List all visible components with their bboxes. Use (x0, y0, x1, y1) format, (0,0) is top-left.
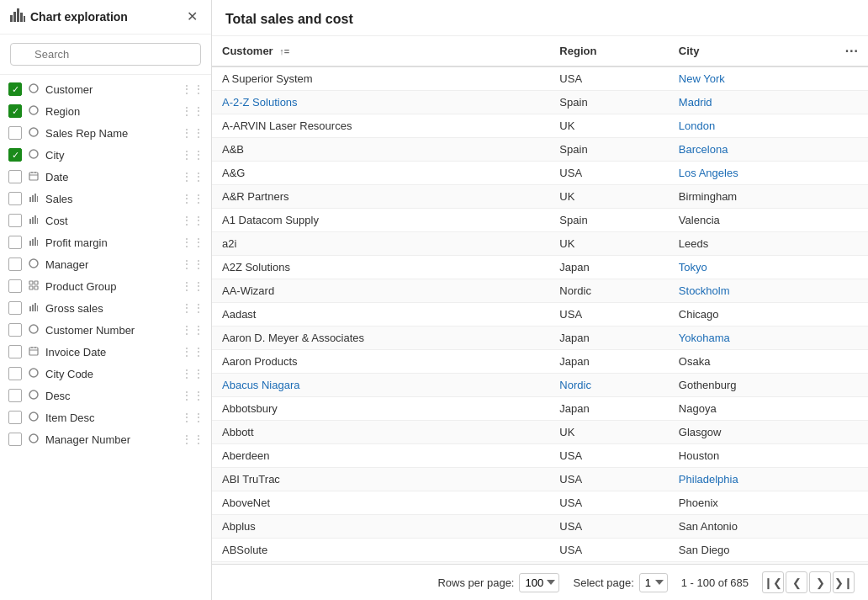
sidebar-item-customer[interactable]: Customer ⋮⋮ (0, 78, 211, 100)
drag-handle-sales-rep-name[interactable]: ⋮⋮ (181, 126, 204, 140)
type-icon-customer (27, 83, 40, 96)
drag-handle-customer[interactable]: ⋮⋮ (181, 82, 204, 96)
checkbox-date[interactable] (8, 170, 22, 183)
drag-handle-region[interactable]: ⋮⋮ (181, 104, 204, 118)
cell-city: Birmingham (669, 185, 834, 209)
drag-handle-customer-number[interactable]: ⋮⋮ (181, 323, 204, 337)
sidebar-item-date[interactable]: Date ⋮⋮ (0, 166, 211, 188)
checkbox-profit-margin[interactable] (8, 236, 22, 249)
checkbox-gross-sales[interactable] (8, 301, 22, 315)
last-page-button[interactable]: ❯❙ (833, 571, 855, 593)
drag-handle-manager[interactable]: ⋮⋮ (181, 258, 204, 271)
prev-page-button[interactable]: ❮ (786, 571, 807, 593)
sidebar-item-manager-number[interactable]: Manager Number ⋮⋮ (0, 428, 211, 450)
drag-handle-manager-number[interactable]: ⋮⋮ (181, 433, 204, 446)
cell-city[interactable]: Los Angeles (669, 162, 834, 185)
cell-customer: A&G (212, 162, 549, 185)
table-row: Abbotsbury Japan Nagoya (212, 397, 868, 421)
type-icon-city-code (27, 368, 40, 380)
cell-city[interactable]: Madrid (669, 91, 834, 114)
checkbox-city-code[interactable] (8, 367, 22, 380)
drag-handle-cost[interactable]: ⋮⋮ (181, 214, 204, 227)
cell-extra (834, 303, 868, 327)
checkbox-customer-number[interactable] (8, 323, 22, 337)
drag-handle-city[interactable]: ⋮⋮ (181, 148, 204, 162)
drag-handle-date[interactable]: ⋮⋮ (181, 170, 204, 183)
col-region[interactable]: Region (549, 36, 668, 66)
search-input[interactable] (10, 43, 201, 66)
checkbox-cost[interactable] (8, 214, 22, 227)
sidebar-item-desc[interactable]: Desc ⋮⋮ (0, 385, 211, 406)
sidebar-item-cost[interactable]: Cost ⋮⋮ (0, 210, 211, 231)
cell-city[interactable]: Tokyo (669, 256, 834, 279)
svg-rect-20 (32, 217, 34, 224)
checkbox-desc[interactable] (8, 389, 22, 402)
checkbox-item-desc[interactable] (8, 411, 22, 424)
checkbox-customer[interactable] (8, 82, 22, 96)
drag-handle-profit-margin[interactable]: ⋮⋮ (181, 236, 204, 249)
drag-handle-city-code[interactable]: ⋮⋮ (181, 367, 204, 380)
cell-customer: Abplus (212, 515, 549, 539)
field-name-gross-sales: Gross sales (45, 302, 176, 315)
close-button[interactable]: ✕ (183, 8, 201, 25)
cell-customer: A&R Partners (212, 185, 549, 209)
type-icon-region (27, 105, 40, 118)
table-row: Aaron Products Japan Osaka (212, 350, 868, 374)
cell-customer[interactable]: Abacus Niagara (212, 374, 549, 397)
drag-handle-product-group[interactable]: ⋮⋮ (181, 279, 204, 293)
checkbox-region[interactable] (8, 104, 22, 118)
cell-city[interactable]: Barcelona (669, 138, 834, 162)
checkbox-manager[interactable] (8, 258, 22, 271)
page-count-label: 1 - 100 of 685 (681, 576, 749, 589)
rows-per-page-select[interactable]: 100 10 25 50 (519, 573, 559, 592)
search-wrap (0, 35, 211, 75)
col-city[interactable]: City (669, 36, 834, 66)
sidebar-item-city-code[interactable]: City Code ⋮⋮ (0, 363, 211, 385)
next-page-button[interactable]: ❯ (809, 571, 831, 593)
drag-handle-desc[interactable]: ⋮⋮ (181, 389, 204, 402)
checkbox-city[interactable] (8, 148, 22, 162)
cell-extra (834, 185, 868, 209)
col-more[interactable]: ⋯ (834, 36, 868, 66)
sidebar-item-sales[interactable]: Sales ⋮⋮ (0, 188, 211, 210)
more-options-icon[interactable]: ⋯ (844, 44, 858, 58)
drag-handle-invoice-date[interactable]: ⋮⋮ (181, 345, 204, 358)
sidebar-item-invoice-date[interactable]: Invoice Date ⋮⋮ (0, 341, 211, 363)
cell-region[interactable]: Nordic (549, 374, 668, 397)
sidebar-item-sales-rep-name[interactable]: Sales Rep Name ⋮⋮ (0, 122, 211, 144)
sidebar-item-region[interactable]: Region ⋮⋮ (0, 100, 211, 122)
cell-city[interactable]: New York (669, 66, 834, 91)
checkbox-product-group[interactable] (8, 279, 22, 293)
cell-customer[interactable]: A-2-Z Solutions (212, 91, 549, 114)
main-content: Total sales and cost Customer ↑= Region … (212, 0, 868, 600)
field-name-profit-margin: Profit margin (45, 236, 176, 249)
cell-region: USA (549, 162, 668, 185)
checkbox-sales[interactable] (8, 192, 22, 205)
svg-rect-34 (34, 303, 36, 311)
cell-city[interactable]: Stockholm (669, 279, 834, 303)
sidebar-item-customer-number[interactable]: Customer Number ⋮⋮ (0, 319, 211, 341)
cell-city[interactable]: Yokohama (669, 327, 834, 350)
sidebar-item-product-group[interactable]: Product Group ⋮⋮ (0, 275, 211, 297)
drag-handle-item-desc[interactable]: ⋮⋮ (181, 411, 204, 424)
sidebar-item-item-desc[interactable]: Item Desc ⋮⋮ (0, 406, 211, 428)
checkbox-manager-number[interactable] (8, 433, 22, 446)
sidebar-item-gross-sales[interactable]: Gross sales ⋮⋮ (0, 297, 211, 319)
col-customer[interactable]: Customer ↑= (212, 36, 549, 66)
cell-city: San Antonio (669, 515, 834, 539)
sidebar-item-manager[interactable]: Manager ⋮⋮ (0, 253, 211, 275)
svg-rect-28 (29, 281, 33, 284)
cell-city[interactable]: London (669, 114, 834, 138)
table-row: A&R Partners UK Birmingham (212, 185, 868, 209)
cell-city[interactable]: Philadelphia (669, 468, 834, 491)
svg-point-7 (29, 84, 38, 93)
cell-city: San Diego (669, 539, 834, 562)
drag-handle-sales[interactable]: ⋮⋮ (181, 192, 204, 205)
sidebar-item-city[interactable]: City ⋮⋮ (0, 144, 211, 166)
checkbox-sales-rep-name[interactable] (8, 126, 22, 140)
checkbox-invoice-date[interactable] (8, 345, 22, 358)
drag-handle-gross-sales[interactable]: ⋮⋮ (181, 301, 204, 315)
select-page-select[interactable]: 1 2 3 (639, 573, 668, 592)
sidebar-item-profit-margin[interactable]: Profit margin ⋮⋮ (0, 231, 211, 253)
first-page-button[interactable]: ❙❮ (762, 571, 784, 593)
